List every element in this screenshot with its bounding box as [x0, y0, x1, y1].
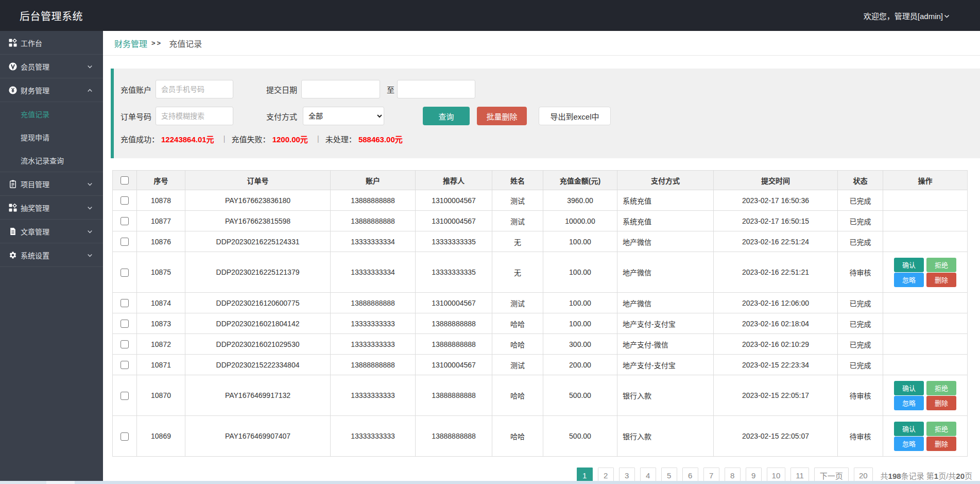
breadcrumb-parent[interactable]: 财务管理	[114, 37, 147, 49]
chevron-down-icon	[87, 205, 93, 211]
date-to-input[interactable]	[397, 80, 475, 98]
cell-actions	[883, 190, 968, 211]
row-checkbox[interactable]	[121, 269, 129, 277]
cell-status: 待审核	[838, 416, 883, 457]
sidebar-item-label: 财务管理	[21, 85, 49, 95]
cell-name: 测试	[492, 293, 543, 313]
summary-pending-value: 588463.00元	[358, 133, 403, 144]
cell-account: 13333333333	[331, 334, 416, 355]
sidebar-item-label: 系统设置	[21, 250, 49, 260]
row-checkbox[interactable]	[121, 320, 129, 328]
summary-fail-value: 1200.00元	[272, 133, 308, 144]
cell-status: 已完成	[838, 355, 883, 375]
confirm-button[interactable]: 确认	[894, 258, 924, 272]
pay-method-label: 支付方式	[266, 111, 298, 122]
breadcrumb: 财务管理 >> 充值记录	[103, 31, 980, 56]
select-all-checkbox[interactable]	[121, 176, 129, 185]
pay-method-select[interactable]: 全部	[303, 107, 384, 125]
checkbox	[113, 293, 137, 313]
select-all-header	[113, 171, 137, 190]
cell-account: 13333333334	[331, 231, 416, 252]
cell-order-no: DDP20230216225124331	[185, 231, 331, 252]
sidebar-subitem-withdraw-apply[interactable]: 提现申请	[0, 125, 103, 148]
sidebar-subitem-flow-query[interactable]: 流水记录查询	[0, 148, 103, 172]
sidebar-item-project[interactable]: 项目管理	[0, 172, 103, 196]
cell-id: 10876	[137, 231, 185, 252]
row-checkbox[interactable]	[121, 217, 129, 225]
cell-referrer: 13100004567	[416, 211, 492, 231]
summary-pending-label: 未处理：	[325, 133, 356, 144]
table-body: 10878PAY16766238361801388888888813100004…	[113, 190, 968, 457]
cell-amount: 200.00	[543, 355, 617, 375]
table-row: 10876DDP20230216225124331133333333341333…	[113, 231, 968, 252]
col-header-time: 提交时间	[714, 171, 838, 190]
export-excel-button[interactable]: 导出到excel中	[539, 107, 611, 125]
delete-button[interactable]: 删除	[926, 437, 956, 451]
row-checkbox[interactable]	[121, 432, 129, 441]
row-checkbox[interactable]	[121, 299, 129, 307]
sidebar-item-lottery[interactable]: 抽奖管理	[0, 196, 103, 220]
delete-button[interactable]: 删除	[926, 273, 956, 287]
top-header-bar: 后台管理系统 欢迎您，管理员[admin]	[0, 0, 980, 31]
cell-name: 哈哈	[492, 313, 543, 334]
batch-delete-button[interactable]: 批量删除	[477, 107, 527, 125]
cell-account: 13333333333	[331, 416, 416, 457]
reject-button[interactable]: 拒绝	[926, 422, 956, 436]
sidebar-item-workbench[interactable]: 工作台	[0, 31, 103, 55]
row-checkbox[interactable]	[121, 392, 129, 400]
cell-status: 已完成	[838, 313, 883, 334]
cell-actions	[883, 211, 968, 231]
confirm-button[interactable]: 确认	[894, 381, 924, 395]
delete-button[interactable]: 删除	[926, 396, 956, 410]
cell-actions	[883, 293, 968, 313]
cell-amount: 100.00	[543, 252, 617, 293]
table-row: 10878PAY16766238361801388888888813100004…	[113, 190, 968, 211]
cell-status: 待审核	[838, 375, 883, 416]
welcome-text: 欢迎您，管理员[admin]	[864, 10, 943, 21]
cell-pay-method: 银行入款	[617, 375, 714, 416]
row-checkbox[interactable]	[121, 238, 129, 246]
row-checkbox[interactable]	[121, 340, 129, 348]
table-row: 10872DDP20230216021029530133333333331388…	[113, 334, 968, 355]
table-row: 10874DDP20230216120600775138888888881310…	[113, 293, 968, 313]
ignore-button[interactable]: 忽略	[894, 273, 924, 287]
recharge-account-input[interactable]	[156, 80, 233, 98]
sidebar-subitem-recharge-records[interactable]: 充值记录	[0, 102, 103, 125]
row-checkbox[interactable]	[121, 196, 129, 205]
ignore-button[interactable]: 忽略	[894, 437, 924, 451]
reject-button[interactable]: 拒绝	[926, 258, 956, 272]
cell-account: 13888888888	[331, 211, 416, 231]
account-menu[interactable]: 欢迎您，管理员[admin]	[864, 10, 980, 21]
cell-id: 10873	[137, 313, 185, 334]
chevron-down-icon	[87, 229, 93, 235]
sidebar-item-settings[interactable]: 系统设置	[0, 243, 103, 267]
app-title: 后台管理系统	[0, 8, 83, 23]
query-button[interactable]: 查询	[423, 107, 470, 125]
date-from-input[interactable]	[301, 80, 380, 98]
sidebar-item-member[interactable]: 会员管理	[0, 55, 103, 78]
sidebar-item-finance[interactable]: 财务管理	[0, 78, 103, 102]
cell-order-no: PAY1676623836180	[185, 190, 331, 211]
confirm-button[interactable]: 确认	[894, 422, 924, 436]
cell-status: 已完成	[838, 231, 883, 252]
cell-referrer: 13888888888	[416, 334, 492, 355]
date-to-label: 至	[387, 84, 394, 95]
horizontal-scrollbar[interactable]	[0, 481, 980, 484]
cell-pay-method: 地产支付-微信	[617, 334, 714, 355]
sidebar-item-article[interactable]: 文章管理	[0, 220, 103, 243]
cell-name: 哈哈	[492, 334, 543, 355]
cell-account: 13888888888	[331, 293, 416, 313]
cell-actions	[883, 355, 968, 375]
cell-time: 2023-02-16 22:51:21	[714, 252, 838, 293]
row-checkbox[interactable]	[121, 361, 129, 369]
member-circle-icon	[9, 62, 17, 71]
chevron-down-icon	[87, 64, 93, 70]
table-row: 10873DDP20230216021804142133333333331388…	[113, 313, 968, 334]
ignore-button[interactable]: 忽略	[894, 396, 924, 410]
order-number-input[interactable]	[156, 107, 233, 125]
cell-pay-method: 系统充值	[617, 211, 714, 231]
cell-name: 哈哈	[492, 375, 543, 416]
reject-button[interactable]: 拒绝	[926, 381, 956, 395]
finance-submenu: 充值记录 提现申请 流水记录查询	[0, 102, 103, 172]
summary-success-label: 充值成功：	[121, 133, 159, 144]
